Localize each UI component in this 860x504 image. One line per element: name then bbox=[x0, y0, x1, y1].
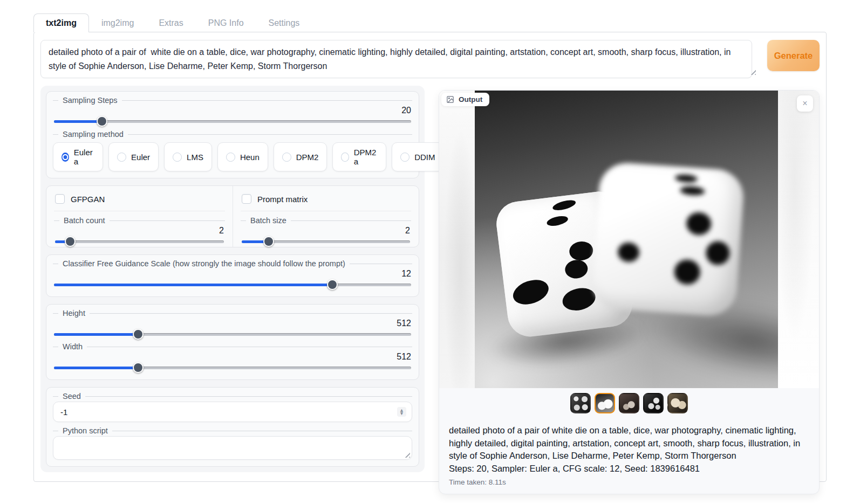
batch-group: GFPGAN Batch count 2 Prompt matrix bbox=[46, 185, 419, 247]
prompt-matrix-option[interactable]: Prompt matrix bbox=[241, 186, 411, 211]
batch-count-value: 2 bbox=[54, 226, 224, 236]
python-script-label: Python script bbox=[53, 426, 412, 435]
seed-value: -1 bbox=[60, 408, 67, 417]
slider-thumb[interactable] bbox=[133, 362, 144, 373]
tab-img2img[interactable]: img2img bbox=[89, 13, 146, 32]
batch-count-label: Batch count bbox=[54, 216, 225, 225]
slider-thumb[interactable] bbox=[263, 236, 274, 247]
radio-euler-a[interactable]: Euler a bbox=[53, 142, 103, 171]
image-blur-fill-right bbox=[778, 91, 819, 388]
time-taken: Time taken: 8.11s bbox=[449, 477, 809, 487]
tab-txt2img[interactable]: txt2img bbox=[33, 13, 89, 32]
textarea-resize-handle[interactable] bbox=[403, 451, 410, 458]
seed-script-group: Seed -1 ▲▼ Python script bbox=[46, 387, 419, 467]
tab-extras[interactable]: Extras bbox=[146, 13, 195, 32]
slider-thumb[interactable] bbox=[65, 236, 76, 247]
output-panel: Output × bbox=[439, 90, 820, 494]
number-stepper-icon[interactable]: ▲▼ bbox=[397, 407, 406, 417]
cfg-group: Classifier Free Guidance Scale (how stro… bbox=[46, 254, 419, 297]
radio-dpm2[interactable]: DPM2 bbox=[274, 142, 327, 171]
image-caption: detailed photo of a pair of white die on… bbox=[439, 416, 819, 494]
width-slider[interactable] bbox=[54, 362, 411, 373]
width-value: 512 bbox=[53, 352, 411, 362]
radio-icon bbox=[282, 153, 291, 162]
sampling-steps-value: 20 bbox=[53, 106, 411, 115]
gallery-thumbnail[interactable] bbox=[643, 393, 664, 413]
seed-label: Seed bbox=[53, 392, 412, 401]
gallery-thumbnail-selected[interactable] bbox=[595, 393, 615, 413]
batch-size-value: 2 bbox=[241, 226, 410, 236]
radio-dpm2-a[interactable]: DPM2 a bbox=[332, 142, 386, 171]
tab-png-info[interactable]: PNG Info bbox=[196, 13, 256, 32]
generate-button[interactable]: Generate bbox=[767, 40, 820, 71]
seed-input[interactable]: -1 ▲▼ bbox=[53, 402, 412, 422]
height-value: 512 bbox=[53, 319, 411, 328]
batch-count-slider[interactable] bbox=[55, 236, 224, 247]
batch-size-label: Batch size bbox=[241, 216, 411, 225]
app-root: txt2img img2img Extras PNG Info Settings… bbox=[0, 0, 860, 482]
python-script-input[interactable] bbox=[53, 436, 412, 460]
radio-icon bbox=[173, 153, 182, 162]
caption-prompt: detailed photo of a pair of white die on… bbox=[449, 424, 809, 462]
sampling-steps-slider[interactable] bbox=[54, 116, 411, 127]
batch-size-slider[interactable] bbox=[242, 236, 410, 247]
settings-panel: Sampling Steps 20 Sampling method Euler … bbox=[40, 86, 425, 472]
prompt-matrix-checkbox[interactable] bbox=[242, 194, 251, 204]
radio-icon bbox=[226, 153, 235, 162]
width-label: Width bbox=[53, 342, 412, 351]
slider-thumb[interactable] bbox=[133, 329, 144, 340]
gallery-thumbnail[interactable] bbox=[619, 393, 639, 413]
output-chip: Output bbox=[441, 93, 489, 106]
close-icon[interactable]: × bbox=[797, 95, 813, 112]
generated-image-area bbox=[439, 91, 819, 388]
prompt-matrix-label: Prompt matrix bbox=[257, 195, 308, 204]
radio-lms[interactable]: LMS bbox=[164, 142, 212, 171]
sampling-group: Sampling Steps 20 Sampling method Euler … bbox=[46, 91, 419, 178]
size-group: Height 512 Width 512 bbox=[46, 304, 419, 380]
generated-image[interactable] bbox=[475, 91, 778, 388]
gallery-thumbnail[interactable] bbox=[667, 393, 688, 413]
right-die-blurred bbox=[596, 166, 768, 382]
radio-icon bbox=[62, 153, 69, 162]
radio-heun[interactable]: Heun bbox=[217, 142, 268, 171]
sampling-steps-label: Sampling Steps bbox=[53, 96, 412, 105]
cfg-scale-slider[interactable] bbox=[54, 279, 411, 290]
slider-thumb[interactable] bbox=[327, 279, 338, 290]
gallery-thumbnail[interactable] bbox=[570, 393, 591, 413]
tab-settings[interactable]: Settings bbox=[256, 13, 312, 32]
gfpgan-option[interactable]: GFPGAN bbox=[54, 186, 225, 211]
cfg-scale-value: 12 bbox=[53, 269, 411, 279]
image-icon bbox=[446, 95, 454, 103]
height-label: Height bbox=[53, 309, 412, 317]
tab-bar: txt2img img2img Extras PNG Info Settings bbox=[33, 13, 860, 32]
cfg-scale-label: Classifier Free Guidance Scale (how stro… bbox=[53, 259, 412, 268]
radio-ddim[interactable]: DDIM bbox=[392, 142, 443, 171]
sampling-method-radios: Euler a Euler LMS Heun DPM2 DPM2 a DDIM … bbox=[53, 142, 412, 171]
slider-thumb[interactable] bbox=[97, 116, 107, 127]
height-slider[interactable] bbox=[54, 329, 411, 340]
radio-icon bbox=[341, 153, 349, 162]
output-column: Output × bbox=[439, 90, 820, 494]
prompt-input[interactable]: detailed photo of a pair of white die on… bbox=[40, 40, 752, 78]
output-chip-label: Output bbox=[459, 95, 482, 103]
tab-content-frame: detailed photo of a pair of white die on… bbox=[33, 32, 827, 482]
radio-euler[interactable]: Euler bbox=[108, 142, 159, 171]
gfpgan-label: GFPGAN bbox=[71, 195, 105, 204]
image-blur-fill-left bbox=[439, 91, 475, 388]
caption-params: Steps: 20, Sampler: Euler a, CFG scale: … bbox=[449, 462, 809, 475]
gfpgan-checkbox[interactable] bbox=[55, 194, 65, 204]
radio-icon bbox=[400, 153, 409, 162]
radio-icon bbox=[117, 153, 126, 162]
sampling-method-label: Sampling method bbox=[53, 130, 412, 139]
gallery-thumbnails bbox=[439, 388, 819, 416]
